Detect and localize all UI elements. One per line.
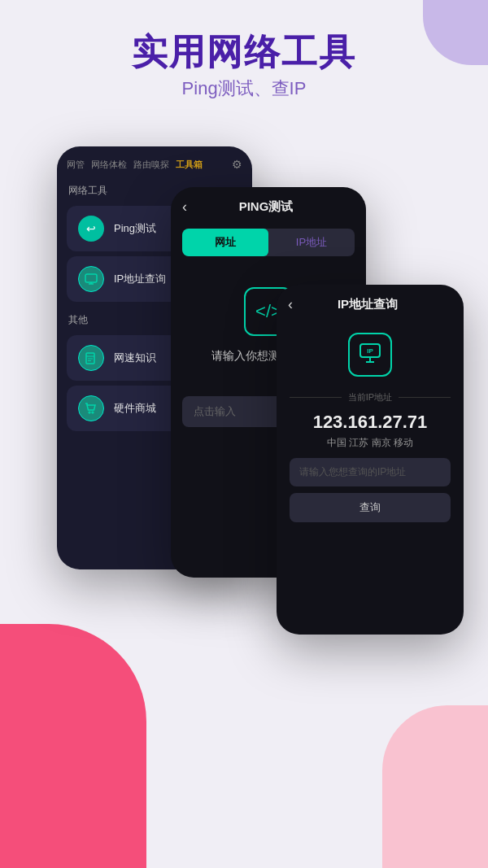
ip-content: IP 当前IP地址 123.161.27.71 中国 江苏 南京 移动 请输入您… — [277, 320, 464, 532]
ip-query-icon — [78, 266, 104, 292]
knowledge-icon — [78, 345, 104, 371]
ip-divider-line-left — [290, 397, 342, 398]
ip-address-value: 123.161.27.71 — [313, 412, 428, 433]
gear-icon[interactable]: ⚙ — [232, 158, 242, 171]
nav-item-toolbox[interactable]: 工具箱 — [176, 159, 203, 171]
ip-divider-line-right — [399, 397, 451, 398]
tab-ip[interactable]: IP地址 — [268, 229, 355, 256]
svg-rect-0 — [85, 274, 97, 282]
svg-point-8 — [92, 412, 94, 413]
ip-monitor-icon-box: IP — [348, 333, 392, 377]
ip-back-icon[interactable]: ‹ — [288, 296, 293, 313]
ip-search-input[interactable]: 请输入您想查询的IP地址 — [290, 458, 451, 486]
shop-icon — [78, 395, 104, 421]
nav-item-jianche[interactable]: 网络体检 — [91, 159, 127, 171]
ip-header: ‹ IP地址查询 — [277, 285, 464, 320]
ping-title: PING测试 — [194, 199, 338, 215]
nav-item-wangguan[interactable]: 网管 — [67, 159, 85, 171]
ip-divider: 当前IP地址 — [290, 391, 451, 403]
svg-point-7 — [89, 412, 90, 413]
header-section: 实用网络工具 Ping测试、查IP — [0, 0, 488, 117]
page-title: 实用网络工具 — [16, 33, 472, 72]
nav-item-luyou[interactable]: 路由嗅探 — [133, 159, 169, 171]
ping-tab-bar: 网址 IP地址 — [182, 229, 355, 256]
page-subtitle: Ping测试、查IP — [16, 76, 472, 101]
svg-text:IP: IP — [367, 347, 373, 355]
phones-area: 网管 网络体检 路由嗅探 工具箱 ⚙ 网络工具 ↩ Ping测试 › IP地址查… — [41, 122, 472, 868]
ip-query-button[interactable]: 查询 — [290, 493, 451, 522]
nav-bar: 网管 网络体检 路由嗅探 工具箱 ⚙ — [57, 146, 252, 177]
ip-divider-label: 当前IP地址 — [348, 391, 392, 403]
ping-icon: ↩ — [78, 216, 104, 242]
ping-header: ‹ PING测试 — [171, 187, 366, 222]
tab-url[interactable]: 网址 — [182, 229, 268, 256]
ip-monitor-icon: IP — [359, 342, 381, 369]
phone-ip-lookup: ‹ IP地址查询 IP 当前IP地址 123.161.27. — [277, 285, 464, 635]
ping-back-icon[interactable]: ‹ — [182, 198, 187, 216]
ip-location-text: 中国 江苏 南京 移动 — [327, 436, 413, 450]
ip-title: IP地址查询 — [299, 297, 436, 312]
